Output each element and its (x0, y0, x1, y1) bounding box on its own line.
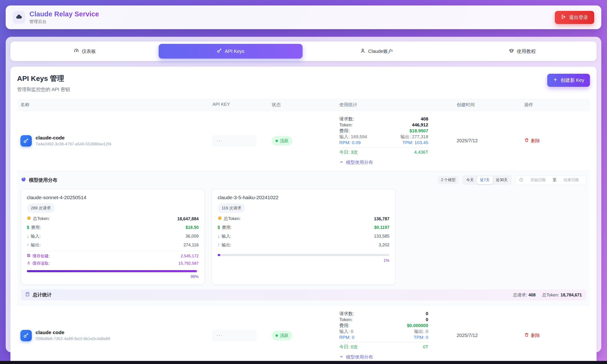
table-row: claude code f398d8b8-7352-4a88-9a1f-6b1e… (17, 305, 590, 364)
api-keys-content: API Keys 管理 管理和监控您的 API 密钥 创建新 Key 名称 AP… (11, 67, 596, 364)
app-subtitle: 管理后台 (29, 19, 99, 25)
logout-button[interactable]: 退出登录 (555, 11, 594, 24)
usage-stats: 请求数:408 Token:446,912 费用:$18.9507 输入: 16… (339, 116, 428, 166)
coins-icon (218, 216, 222, 221)
key-avatar-icon (20, 330, 32, 341)
usage-percent: 1% (218, 258, 389, 263)
arrow-up-icon: ↑ (27, 243, 29, 247)
model-requests-badge: 119 次请求 (218, 203, 245, 213)
plus-icon (553, 77, 558, 83)
model-card: claude-3-5-haiku-20241022 119 次请求 总Token… (212, 189, 396, 285)
delete-button[interactable]: 删除 (524, 138, 587, 144)
key-id: 7a4e2492-3c38-4797-a540-553980ee12f4 (36, 142, 111, 146)
start-date-input[interactable]: 开始日期 (527, 178, 549, 182)
calculator-icon (25, 292, 30, 298)
key-avatar-icon (20, 135, 32, 146)
status-badge: 活跃 (272, 331, 292, 340)
user-icon (360, 48, 365, 54)
model-requests-badge: 289 次请求 (27, 203, 55, 213)
page-subtitle: 管理和监控您的 API 密钥 (17, 86, 70, 93)
status-dot-icon (275, 334, 278, 337)
api-key-masked[interactable]: ··· (212, 330, 256, 341)
dollar-icon: $ (218, 225, 220, 230)
model-count-badge: 2 个模型 (438, 176, 459, 184)
range-today[interactable]: 今天 (463, 176, 477, 184)
arrow-down-icon: ↓ (27, 234, 29, 239)
coins-icon (27, 216, 31, 221)
delete-button[interactable]: 删除 (524, 332, 587, 339)
trash-icon (524, 332, 529, 338)
gauge-icon (74, 48, 79, 54)
usage-percent: 99% (27, 274, 199, 279)
model-distribution-panel: 模型使用分布 2 个模型 今天 近7天 近30天 开始日期 至 (17, 171, 590, 305)
range-30days[interactable]: 近30天 (493, 176, 511, 184)
table-header: 名称 API KEY 状态 使用统计 创建时间 操作 (17, 99, 590, 111)
status-dot-icon (275, 140, 278, 142)
app-title: Claude Relay Service (29, 10, 99, 18)
total-token: 总Token:18,784,671 (542, 292, 582, 298)
key-id: f398d8b8-7352-4a88-9a1f-6b1e0c4d8e89 (36, 337, 110, 341)
create-key-button[interactable]: 创建新 Key (547, 74, 590, 87)
pie-chart-icon (21, 177, 26, 183)
api-key-masked[interactable]: ··· (212, 135, 256, 146)
model-distribution-toggle[interactable]: 模型使用分布 (339, 354, 428, 360)
chevron-up-icon (339, 160, 344, 165)
tab-claude-account[interactable]: Claude账户 (304, 44, 448, 59)
model-distribution-toggle[interactable]: 模型使用分布 (339, 159, 428, 166)
key-name: claude code (36, 330, 110, 335)
trash-icon (524, 138, 529, 144)
table-row: claude-code 7a4e2492-3c38-4797-a540-5539… (17, 111, 590, 171)
usage-progress-bar (27, 270, 199, 272)
dollar-icon: $ (27, 225, 29, 230)
arrow-down-icon: ↓ (218, 234, 220, 239)
usage-progress-bar (218, 254, 389, 256)
tab-api-keys[interactable]: API Keys (159, 44, 303, 59)
main-panel: 仪表板 API Keys Claude账户 使用教程 API Keys 管理 管 (6, 37, 601, 352)
key-icon (217, 48, 222, 54)
chevron-down-icon (339, 354, 344, 360)
created-date: 2025/7/12 (457, 333, 524, 338)
page-title: API Keys 管理 (17, 74, 70, 83)
status-badge: 活跃 (272, 136, 292, 146)
end-date-input[interactable]: 结束日期 (560, 178, 582, 182)
tab-dashboard[interactable]: 仪表板 (13, 44, 157, 59)
tab-tutorial[interactable]: 使用教程 (450, 44, 594, 59)
range-7days[interactable]: 近7天 (477, 176, 493, 184)
totals-bar: 总计统计 总请求:408 总Token:18,784,671 (21, 289, 586, 300)
model-name: claude-3-5-haiku-20241022 (218, 195, 389, 200)
cloud-icon (15, 13, 23, 21)
graduation-cap-icon (509, 48, 514, 54)
app-logo (13, 11, 25, 24)
logout-icon (561, 14, 566, 21)
download-icon (27, 261, 31, 266)
usage-stats: 请求数:0 Token:0 费用:$0.000000 输入: 0输出: 0 RP… (339, 311, 428, 360)
total-requests: 总请求:408 (513, 292, 536, 298)
time-range-segment: 今天 近7天 近30天 (462, 175, 512, 185)
clock-icon (519, 178, 523, 183)
key-name: claude-code (36, 135, 111, 141)
tab-bar: 仪表板 API Keys Claude账户 使用教程 (11, 41, 596, 61)
save-icon (27, 253, 31, 259)
app-header: Claude Relay Service 管理后台 退出登录 (6, 5, 601, 29)
model-name: claude-sonnet-4-20250514 (27, 195, 199, 200)
app-title-block: Claude Relay Service 管理后台 (29, 10, 99, 25)
screen-bottom-edge (0, 361, 607, 364)
date-range-picker[interactable]: 开始日期 至 结束日期 (515, 175, 586, 185)
model-card: claude-sonnet-4-20250514 289 次请求 总Token:… (21, 189, 205, 285)
arrow-up-icon: ↑ (218, 243, 220, 247)
created-date: 2025/7/12 (457, 138, 524, 143)
